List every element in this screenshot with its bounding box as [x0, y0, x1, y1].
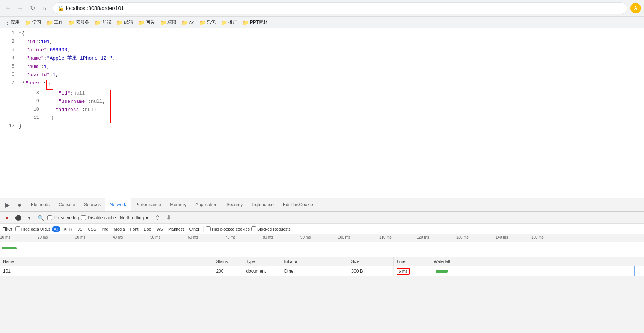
- has-blocked-cookies-checkbox[interactable]: [206, 226, 211, 231]
- bookmark-label: 邮箱: [124, 19, 133, 26]
- bookmark-label: 前端: [102, 19, 111, 26]
- filter-all[interactable]: All: [52, 226, 60, 232]
- th-time[interactable]: Time: [394, 257, 431, 266]
- tab-editthiscookie[interactable]: EditThisCookie: [278, 198, 318, 212]
- devtools-device-button[interactable]: ●: [14, 200, 25, 210]
- dropdown-icon: ▼: [145, 215, 149, 220]
- preserve-log-label[interactable]: Preserve log: [47, 215, 79, 220]
- th-size[interactable]: Size: [348, 257, 394, 266]
- json-viewer[interactable]: 1 ▾ { 2 "id" : 101 , 3 "price" : 699900 …: [0, 28, 644, 198]
- filter-media[interactable]: Media: [112, 226, 127, 232]
- json-line-3: 3 "price" : 699900 ,: [0, 46, 644, 55]
- devtools-inspect-button[interactable]: ▶: [2, 200, 13, 210]
- time-badge: 5 ms: [397, 268, 410, 274]
- disable-cache-checkbox[interactable]: [81, 215, 86, 220]
- network-toolbar: ● ⚫ ▼ 🔍 Preserve log Disable cache No th…: [0, 212, 644, 224]
- bookmark-work[interactable]: 📁 工作: [44, 18, 65, 26]
- td-size: 300 B: [348, 266, 394, 276]
- timeline-bar-green: [2, 247, 17, 249]
- folder-icon: 📁: [182, 20, 188, 26]
- bookmark-label: 推广: [228, 19, 237, 26]
- filter-ws[interactable]: WS: [154, 226, 165, 232]
- td-name: 101: [0, 266, 213, 276]
- table-row[interactable]: 101 200 document Other 300 B 5 ms: [0, 266, 644, 276]
- bookmark-sx[interactable]: 📁 sx: [179, 19, 196, 26]
- filter-xhr[interactable]: XHR: [62, 226, 74, 232]
- download-button[interactable]: ⇩: [164, 213, 173, 222]
- tab-elements[interactable]: Elements: [26, 198, 54, 212]
- home-button[interactable]: ⌂: [39, 3, 50, 14]
- devtools-panel: ▶ ● Elements Console Sources Network Per…: [0, 198, 644, 333]
- folder-icon: 📁: [47, 20, 53, 26]
- tab-performance[interactable]: Performance: [131, 198, 166, 212]
- profile-avatar[interactable]: A: [630, 3, 641, 14]
- folder-icon: 📁: [160, 20, 166, 26]
- bookmark-promotion[interactable]: 📁 推广: [219, 18, 240, 26]
- json-line-2: 2 "id" : 101 ,: [0, 38, 644, 46]
- tab-memory[interactable]: Memory: [166, 198, 191, 212]
- blocked-requests-checkbox[interactable]: [251, 226, 256, 231]
- back-button[interactable]: ←: [3, 3, 14, 14]
- address-bar[interactable]: 🔒 localhost:8088/order/101: [53, 2, 627, 14]
- json-line-10: 10 "address" : null: [28, 106, 109, 114]
- reload-button[interactable]: ↻: [27, 3, 38, 14]
- search-button[interactable]: 🔍: [36, 213, 45, 222]
- hide-data-urls-checkbox[interactable]: [15, 226, 20, 231]
- json-line-11: 11 }: [28, 114, 109, 123]
- bookmark-cloud[interactable]: 📁 云服务: [66, 18, 92, 26]
- hide-data-urls-label[interactable]: Hide data URLs: [15, 226, 51, 231]
- bookmark-auth[interactable]: 📁 权限: [158, 18, 179, 26]
- bookmark-learning[interactable]: 📁 学习: [23, 18, 44, 26]
- bookmarks-bar: ⋮ 应用 📁 学习 📁 工作 📁 云服务 📁 前端 📁 邮箱 📁 网关 📁 权限…: [0, 16, 644, 28]
- security-icon: 🔒: [57, 5, 64, 11]
- bookmark-ppt[interactable]: 📁 PPT素材: [240, 18, 270, 26]
- blocked-requests-label[interactable]: Blocked Requests: [251, 226, 291, 231]
- json-line-4: 4 "name" : "Apple 苹果 iPhone 12 " ,: [0, 55, 644, 63]
- record-button[interactable]: ●: [2, 213, 11, 222]
- throttle-select[interactable]: No throttling ▼: [118, 214, 151, 221]
- bookmark-label: 网关: [146, 19, 155, 26]
- bookmark-gateway[interactable]: 📁 网关: [136, 18, 157, 26]
- td-initiator: Other: [281, 266, 348, 276]
- forward-button[interactable]: →: [15, 3, 26, 14]
- filter-font[interactable]: Font: [128, 226, 140, 232]
- filter-img[interactable]: Img: [100, 226, 110, 232]
- grid-icon: ⋮: [5, 20, 10, 25]
- tab-console[interactable]: Console: [54, 198, 80, 212]
- url-text: localhost:8088/order/101: [66, 5, 124, 11]
- browser-toolbar: ← → ↻ ⌂ 🔒 localhost:8088/order/101 A: [0, 0, 644, 16]
- filter-manifest[interactable]: Manifest: [166, 226, 186, 232]
- filter-css[interactable]: CSS: [86, 226, 98, 232]
- folder-icon: 📁: [116, 20, 123, 26]
- tab-network[interactable]: Network: [105, 198, 131, 212]
- tab-application[interactable]: Application: [191, 198, 222, 212]
- filter-button[interactable]: ▼: [25, 213, 34, 222]
- folder-icon: 📁: [199, 20, 205, 26]
- th-status[interactable]: Status: [213, 257, 243, 266]
- timeline-ticks: 10 ms 20 ms 30 ms 40 ms 50 ms 60 ms 70 m…: [0, 234, 644, 242]
- tab-lighthouse[interactable]: Lighthouse: [247, 198, 278, 212]
- has-blocked-cookies-label[interactable]: Has blocked cookies: [206, 226, 250, 231]
- filter-label: Filter: [2, 226, 12, 232]
- json-highlighted-section: 7 ▾ "user" : { 8 "id" :: [0, 80, 644, 123]
- upload-button[interactable]: ⇧: [153, 213, 162, 222]
- clear-button[interactable]: ⚫: [14, 213, 23, 222]
- bookmark-apps[interactable]: ⋮ 应用: [3, 18, 22, 26]
- tab-sources[interactable]: Sources: [80, 198, 105, 212]
- th-name[interactable]: Name: [0, 257, 213, 266]
- tab-security[interactable]: Security: [222, 198, 247, 212]
- filter-js[interactable]: JS: [76, 226, 84, 232]
- bookmark-apps-label: 应用: [11, 19, 20, 26]
- bookmark-email[interactable]: 📁 邮箱: [114, 18, 135, 26]
- bookmark-leyou[interactable]: 📁 乐优: [197, 18, 218, 26]
- th-initiator[interactable]: Initiator: [281, 257, 348, 266]
- filter-other[interactable]: Other: [187, 226, 201, 232]
- bookmark-label: PPT素材: [250, 19, 268, 26]
- bookmark-frontend[interactable]: 📁 前端: [92, 18, 113, 26]
- disable-cache-label[interactable]: Disable cache: [81, 215, 116, 220]
- filter-doc[interactable]: Doc: [142, 226, 153, 232]
- nav-buttons: ← → ↻ ⌂: [3, 3, 50, 14]
- th-waterfall[interactable]: Waterfall: [431, 257, 644, 266]
- th-type[interactable]: Type: [243, 257, 281, 266]
- preserve-log-checkbox[interactable]: [47, 215, 52, 220]
